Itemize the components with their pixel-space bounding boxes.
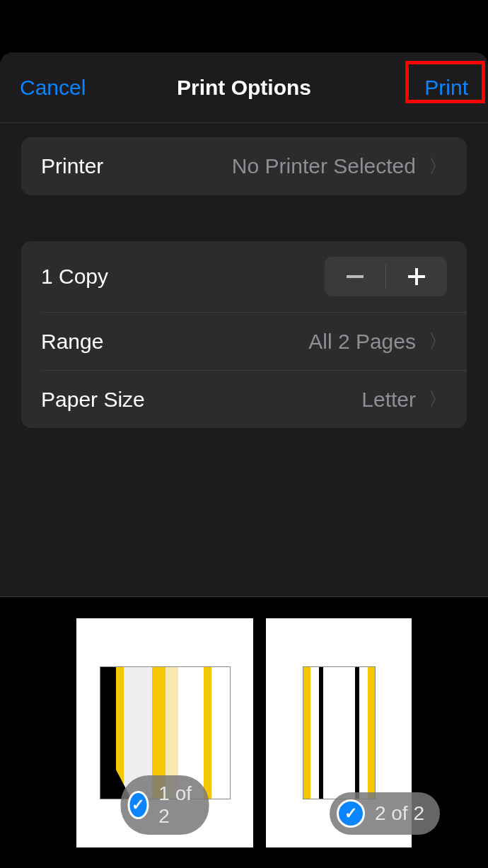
- page-indicator-1: 1 of 2: [158, 782, 193, 828]
- decrement-button[interactable]: [325, 257, 385, 296]
- svg-rect-2: [408, 275, 425, 278]
- settings-group: 1 Copy Range All 2 Pages 〉: [21, 241, 467, 428]
- range-value: All 2 Pages: [308, 330, 416, 354]
- chevron-right-icon: 〉: [429, 329, 447, 354]
- paper-size-label: Paper Size: [41, 388, 145, 412]
- print-button[interactable]: Print: [424, 76, 468, 99]
- paper-size-row[interactable]: Paper Size Letter 〉: [41, 370, 467, 428]
- chevron-right-icon: 〉: [429, 387, 447, 412]
- page-badge-2[interactable]: ✓ 2 of 2: [330, 792, 440, 835]
- range-label: Range: [41, 330, 103, 354]
- copies-row: 1 Copy: [21, 241, 467, 312]
- chevron-right-icon: 〉: [429, 154, 447, 179]
- printer-row[interactable]: Printer No Printer Selected 〉: [21, 137, 467, 195]
- page-indicator-2: 2 of 2: [375, 802, 424, 825]
- page-preview-area[interactable]: ✓ 1 of 2 ✓ 2 of 2: [0, 596, 488, 868]
- printer-value: No Printer Selected: [232, 154, 416, 178]
- page-title: Print Options: [177, 76, 311, 100]
- options-content: Printer No Printer Selected 〉 1 Copy: [0, 123, 488, 488]
- plus-icon: [408, 268, 425, 285]
- increment-button[interactable]: [386, 257, 447, 296]
- svg-rect-0: [347, 275, 364, 278]
- document-preview-2: [303, 666, 376, 799]
- checkmark-icon: ✓: [337, 799, 365, 828]
- checkmark-icon: ✓: [128, 791, 149, 819]
- range-row[interactable]: Range All 2 Pages 〉: [41, 312, 467, 370]
- page-thumbnail-2[interactable]: ✓ 2 of 2: [266, 618, 412, 847]
- navbar: Cancel Print Options Print: [0, 52, 488, 123]
- copies-stepper: [325, 257, 447, 296]
- minus-icon: [347, 275, 364, 278]
- page-thumbnail-1[interactable]: ✓ 1 of 2: [76, 618, 253, 847]
- cancel-button[interactable]: Cancel: [20, 76, 86, 99]
- page-badge-1[interactable]: ✓ 1 of 2: [121, 775, 209, 835]
- printer-group: Printer No Printer Selected 〉: [21, 137, 467, 195]
- printer-label: Printer: [41, 154, 103, 178]
- copies-label: 1 Copy: [41, 265, 108, 289]
- paper-size-value: Letter: [361, 388, 416, 412]
